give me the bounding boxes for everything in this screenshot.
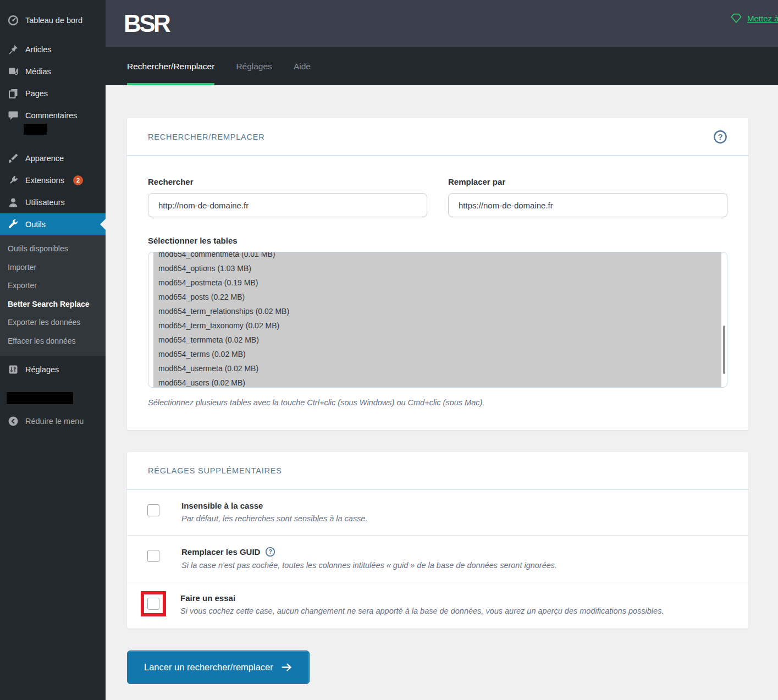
- sidebar-item-label: Utilisateurs: [25, 198, 65, 207]
- setting-title: Faire un essai: [180, 593, 664, 603]
- tools-submenu: Outils disponiblesImporterExporterBetter…: [0, 235, 106, 356]
- table-option[interactable]: mod654_options (1.03 MB): [153, 261, 721, 275]
- setting-text: Faire un essai Si vous cochez cette case…: [180, 593, 664, 615]
- setting-text: Insensible à la casse Par défaut, les re…: [181, 501, 368, 523]
- svg-text:?: ?: [718, 132, 722, 141]
- additional-settings-rows: Insensible à la casse Par défaut, les re…: [127, 490, 748, 629]
- submenu-item-better-search-replace[interactable]: Better Search Replace: [0, 295, 106, 314]
- collapse-menu-button[interactable]: Réduire le menu: [0, 410, 106, 432]
- setting-text: Remplacer les GUID ? Si la case n'est pa…: [181, 547, 557, 570]
- sidebar-item-extensions[interactable]: Extensions 2: [0, 169, 106, 191]
- submenu-item-outils-disponibles[interactable]: Outils disponibles: [0, 240, 106, 258]
- additional-settings-title: RÉGLAGES SUPPLÉMENTAIRES: [148, 466, 282, 475]
- upgrade-link[interactable]: Mettez à: [730, 12, 778, 24]
- setting-row: Faire un essai Si vous cochez cette case…: [127, 582, 748, 629]
- table-option[interactable]: mod654_postmeta (0.19 MB): [153, 275, 721, 290]
- checkbox-faire-un-essai[interactable]: [147, 598, 159, 610]
- table-option[interactable]: mod654_termmeta (0.02 MB): [153, 333, 721, 347]
- sidebar-item-label: Tableau de bord: [25, 16, 82, 25]
- sidebar-item-utilisateurs[interactable]: Utilisateurs: [0, 191, 106, 213]
- help-icon[interactable]: ?: [265, 547, 275, 557]
- table-option-clipped[interactable]: mod654_commentmeta (0.01 MB): [153, 252, 721, 261]
- comment-icon: [8, 110, 19, 121]
- sidebar-item-articles[interactable]: Articles: [0, 38, 106, 60]
- setting-title: Insensible à la casse: [181, 501, 368, 510]
- submenu-item-effacer-les-donn-es[interactable]: Effacer les données: [0, 332, 106, 351]
- table-option[interactable]: mod654_usermeta (0.02 MB): [153, 361, 721, 376]
- table-option[interactable]: mod654_term_taxonomy (0.02 MB): [153, 318, 721, 333]
- search-field-group: Rechercher: [148, 177, 427, 217]
- sidebar-item-label: Apparence: [25, 154, 64, 163]
- table-option[interactable]: mod654_term_relationships (0.02 MB): [153, 304, 721, 318]
- plugin-tabs: Rechercher/RemplacerRéglagesAide: [106, 47, 778, 85]
- sidebar-item-m-dias[interactable]: Médias: [0, 60, 106, 82]
- sidebar-item-label: Pages: [25, 89, 48, 98]
- table-option[interactable]: mod654_users (0.02 MB): [153, 376, 721, 388]
- setting-row: Insensible à la casse Par défaut, les re…: [127, 490, 748, 535]
- tab-rechercher-remplacer[interactable]: Rechercher/Remplacer: [127, 47, 214, 85]
- setting-hint: Par défaut, les recherches sont sensible…: [181, 514, 368, 523]
- checkbox-remplacer-les-guid[interactable]: [147, 550, 159, 562]
- table-option[interactable]: mod654_posts (0.22 MB): [153, 290, 721, 304]
- collapse-icon: [8, 416, 19, 427]
- user-icon: [8, 197, 19, 208]
- app-window: Tableau de bord Articles Médias Pages Co…: [0, 0, 778, 700]
- search-replace-card-body: Rechercher Remplacer par Sélectionner le…: [127, 156, 748, 430]
- wrench-icon: [8, 219, 19, 230]
- page-body: RECHERCHER/REMPLACER ? Rechercher Rempla…: [106, 85, 778, 684]
- plugin-icon: [8, 175, 19, 186]
- tab-aide[interactable]: Aide: [294, 47, 311, 85]
- bsr-logo: BSR: [124, 12, 169, 36]
- tables-multiselect[interactable]: mod654_commentmeta (0.01 MB)mod654_optio…: [148, 252, 727, 388]
- red-highlight-annotation: [141, 591, 166, 616]
- sidebar-item-commentaires[interactable]: Commentaires: [0, 104, 106, 126]
- sidebar-item-label: Commentaires: [25, 111, 77, 120]
- collapse-menu-label: Réduire le menu: [25, 417, 84, 426]
- search-replace-card: RECHERCHER/REMPLACER ? Rechercher Rempla…: [127, 118, 748, 430]
- replace-input[interactable]: [448, 193, 727, 217]
- submenu-item-exporter-les-donn-es[interactable]: Exporter les données: [0, 313, 106, 332]
- run-search-replace-button[interactable]: Lancer un rechercher/remplacer: [127, 651, 310, 684]
- checkbox-insensible-la-casse[interactable]: [147, 504, 159, 516]
- setting-hint: Si vous cochez cette case, aucun changem…: [180, 607, 664, 615]
- search-label: Rechercher: [148, 177, 427, 186]
- sidebar-item-label: Extensions: [25, 176, 64, 185]
- search-replace-card-header: RECHERCHER/REMPLACER ?: [127, 118, 748, 156]
- diamond-icon: [730, 12, 742, 24]
- scrollbar-thumb[interactable]: [723, 326, 725, 374]
- tab-r-glages[interactable]: Réglages: [236, 47, 272, 85]
- media-icon: [8, 66, 19, 77]
- sidebar-item-pages[interactable]: Pages: [0, 82, 106, 104]
- table-option[interactable]: mod654_terms (0.02 MB): [153, 347, 721, 361]
- sidebar-item-reglages[interactable]: Réglages: [0, 359, 106, 381]
- pin-icon: [8, 44, 19, 55]
- setting-title: Remplacer les GUID ?: [181, 547, 557, 557]
- tables-label: Sélectionner les tables: [148, 236, 727, 245]
- plugin-header: BSR Mettez à: [106, 0, 778, 47]
- sidebar-item-label: Médias: [25, 67, 51, 76]
- search-input[interactable]: [148, 193, 427, 217]
- sidebar-item-tableau-de-bord[interactable]: Tableau de bord: [0, 9, 106, 31]
- content-area: BSR Mettez à Rechercher/RemplacerRéglage…: [106, 0, 778, 700]
- replace-label: Remplacer par: [448, 177, 727, 186]
- admin-sidebar: Tableau de bord Articles Médias Pages Co…: [0, 0, 106, 700]
- submenu-item-importer[interactable]: Importer: [0, 258, 106, 277]
- upgrade-link-label: Mettez à: [747, 14, 778, 23]
- replace-field-group: Remplacer par: [448, 177, 727, 217]
- search-replace-fields: Rechercher Remplacer par: [148, 177, 727, 217]
- redacted-text: [7, 392, 73, 404]
- tables-hint: Sélectionnez plusieurs tables avec la to…: [148, 398, 727, 407]
- pages-icon: [8, 88, 19, 99]
- sidebar-item-label: Réglages: [25, 365, 59, 374]
- additional-settings-card: RÉGLAGES SUPPLÉMENTAIRES Insensible à la…: [127, 452, 748, 629]
- search-replace-card-title: RECHERCHER/REMPLACER: [148, 133, 265, 141]
- additional-settings-header: RÉGLAGES SUPPLÉMENTAIRES: [127, 452, 748, 490]
- sidebar-item-outils[interactable]: Outils: [0, 213, 106, 235]
- sidebar-item-label: Articles: [25, 45, 52, 54]
- sidebar-item-apparence[interactable]: Apparence: [0, 147, 106, 169]
- brush-icon: [8, 153, 19, 164]
- setting-row: Remplacer les GUID ? Si la case n'est pa…: [127, 535, 748, 582]
- submenu-item-exporter[interactable]: Exporter: [0, 277, 106, 295]
- dashboard-icon: [8, 15, 19, 26]
- help-icon[interactable]: ?: [713, 130, 727, 144]
